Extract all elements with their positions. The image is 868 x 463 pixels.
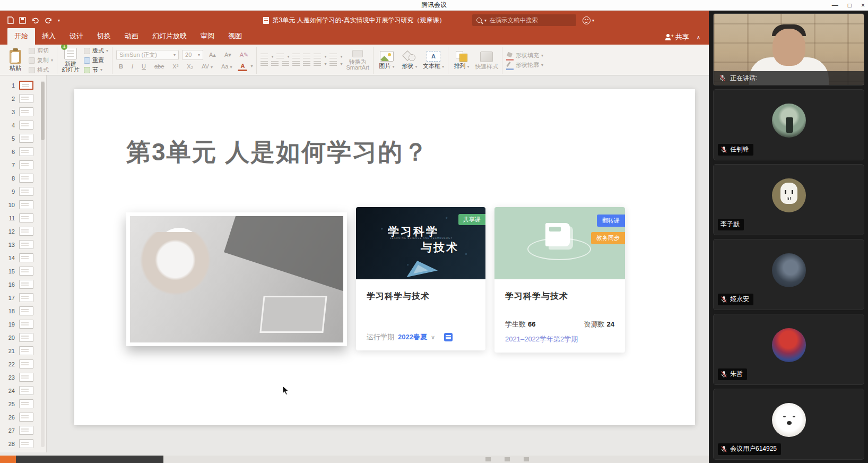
feedback-button[interactable]: ▾ (583, 16, 594, 24)
search-dropdown-icon[interactable]: ▾ (484, 18, 487, 23)
bullets-icon[interactable] (261, 54, 268, 59)
section-button[interactable]: 节 ▾ (84, 66, 108, 74)
tab-动画[interactable]: 动画 (118, 28, 145, 45)
char-spacing-button[interactable]: AV ▾ (199, 62, 215, 71)
thumbnail-scrollbar[interactable] (41, 81, 45, 447)
participant-tile-5[interactable]: 会议用户614925 (713, 389, 864, 460)
reset-button[interactable]: 重置 (84, 56, 108, 64)
taskbar-app-icon[interactable] (0, 456, 16, 463)
slide-thumbnail-16[interactable]: 16 (0, 278, 46, 291)
collapse-ribbon-icon[interactable]: ∧ (697, 35, 700, 40)
italic-button[interactable]: I (129, 62, 136, 71)
maximize-button[interactable]: □ (848, 2, 852, 9)
convert-smartart-button[interactable]: 转换为SmartArt (346, 50, 369, 71)
columns-icon[interactable] (329, 54, 337, 59)
decrease-indent-icon[interactable] (292, 54, 300, 59)
new-file-icon[interactable] (7, 16, 14, 24)
normal-view-icon[interactable] (485, 457, 491, 461)
increase-indent-icon[interactable] (303, 54, 310, 59)
align-left-icon[interactable] (261, 61, 268, 67)
grow-font-button[interactable]: A▴ (206, 50, 219, 59)
align-right-icon[interactable] (282, 61, 289, 67)
align-text-icon[interactable] (329, 61, 337, 67)
slide-thumbnail-11[interactable]: 11 (0, 211, 46, 225)
picture-button[interactable]: 图片 ▾ (377, 51, 396, 70)
slide-thumbnail-18[interactable]: 18 (0, 304, 46, 318)
slide-thumbnail-1[interactable]: 1 (0, 79, 46, 92)
slide-thumbnail-23[interactable]: 23 (0, 371, 46, 384)
slide-thumbnail-21[interactable]: 21 (0, 344, 46, 357)
slide-thumbnail-8[interactable]: 8 (0, 172, 46, 185)
tab-设计[interactable]: 设计 (63, 28, 90, 45)
bold-button[interactable]: B (116, 62, 126, 71)
share-button[interactable]: + 共享 (665, 32, 689, 42)
slide-thumbnail-17[interactable]: 17 (0, 291, 46, 304)
slide-thumbnail-13[interactable]: 13 (0, 238, 46, 251)
course-card-flipped[interactable]: 翻转课 教务同步 学习科学与技术 学生数66 资源数24 2021–2022学年… (494, 207, 625, 353)
slide-thumbnail-22[interactable]: 22 (0, 357, 46, 371)
slide-thumbnail-20[interactable]: 20 (0, 331, 46, 344)
slide-thumbnail-6[interactable]: 6 (0, 145, 46, 158)
current-slide[interactable]: 第3单元 人是如何学习的？ 学习科学 (74, 89, 695, 425)
font-name-select[interactable]: SimSun (正文)▾ (116, 50, 179, 60)
tab-开始[interactable]: 开始 (7, 28, 35, 45)
tab-视图[interactable]: 视图 (221, 28, 249, 45)
arrange-button[interactable]: 排列 ▾ (452, 51, 471, 70)
shapes-button[interactable]: 形状 ▾ (400, 51, 419, 70)
shrink-font-button[interactable]: A▾ (222, 50, 234, 59)
text-direction-icon[interactable] (314, 61, 321, 67)
justify-icon[interactable] (292, 61, 300, 67)
tab-切换[interactable]: 切换 (90, 28, 118, 45)
quick-styles-button[interactable]: 快速样式 (475, 52, 498, 70)
textbox-button[interactable]: A 文本框 ▾ (423, 51, 444, 70)
term-value[interactable]: 2022春夏 (398, 332, 427, 342)
format-painter-button[interactable]: 格式 (29, 66, 53, 74)
shape-fill-button[interactable]: 形状填充 ▾ (506, 52, 543, 59)
slide-thumbnail-25[interactable]: 25 (0, 397, 46, 410)
slide-sorter-icon[interactable] (505, 457, 510, 461)
layout-button[interactable]: 版式 ▾ (84, 47, 108, 55)
subscript-button[interactable]: X₂ (184, 62, 196, 71)
tab-审阅[interactable]: 审阅 (194, 28, 221, 45)
copy-button[interactable]: 复制 ▾ (29, 56, 53, 64)
font-color-button[interactable]: A (238, 62, 247, 71)
participant-tile-1[interactable]: 任钊锋 (713, 89, 864, 160)
search-input[interactable]: ▾ 在演示文稿中搜索 (472, 14, 576, 26)
minimize-button[interactable]: — (832, 2, 838, 9)
slide-thumbnail-2[interactable]: 2 (0, 92, 46, 105)
participant-tile-2[interactable]: 李子默 (713, 164, 864, 235)
slide-thumbnail-14[interactable]: 14 (0, 251, 46, 264)
font-size-select[interactable]: 20▾ (182, 50, 203, 60)
line-spacing-icon[interactable] (314, 54, 321, 59)
slide-thumbnail-9[interactable]: 9 (0, 185, 46, 198)
course-card-shared[interactable]: 学习科学 LEARNING SCIENCE AND TECHNOLOGY 与技术… (356, 207, 485, 350)
underline-button[interactable]: U (139, 62, 149, 71)
slide-thumbnail-12[interactable]: 12 (0, 225, 46, 238)
tab-幻灯片放映[interactable]: 幻灯片放映 (145, 28, 194, 45)
term-chevron-icon[interactable]: ∨ (431, 334, 435, 341)
paste-button[interactable]: 粘贴 (6, 50, 25, 71)
clear-format-button[interactable]: A✎ (237, 50, 251, 59)
slide-thumbnail-10[interactable]: 10 (0, 198, 46, 211)
slide-thumbnail-27[interactable]: 27 (0, 424, 46, 437)
slide-thumbnail-4[interactable]: 4 (0, 118, 46, 132)
cut-button[interactable]: 剪切 (29, 47, 53, 55)
slide-thumbnail-26[interactable]: 26 (0, 410, 46, 424)
slideshow-view-icon[interactable] (524, 457, 529, 461)
slide-thumbnail-7[interactable]: 7 (0, 158, 46, 172)
strikethrough-button[interactable]: abe (152, 62, 167, 71)
quick-access-dropdown-icon[interactable]: ▾ (58, 18, 60, 23)
numbering-icon[interactable] (276, 54, 284, 59)
slide-thumbnail-3[interactable]: 3 (0, 105, 46, 118)
participant-tile-3[interactable]: 姬永安 (713, 239, 864, 310)
save-icon[interactable] (19, 17, 26, 24)
slide-thumbnail-24[interactable]: 24 (0, 384, 46, 397)
slide-thumbnail-19[interactable]: 19 (0, 318, 46, 331)
slide-thumbnail-15[interactable]: 15 (0, 264, 46, 278)
font-color-dropdown-icon[interactable]: ▾ (250, 64, 253, 68)
participant-tile-4[interactable]: 朱哲 (713, 314, 864, 385)
tab-插入[interactable]: 插入 (35, 28, 63, 45)
undo-icon[interactable] (31, 17, 39, 24)
distribute-icon[interactable] (303, 61, 310, 67)
slide-thumbnail-28[interactable]: 28 (0, 437, 46, 450)
